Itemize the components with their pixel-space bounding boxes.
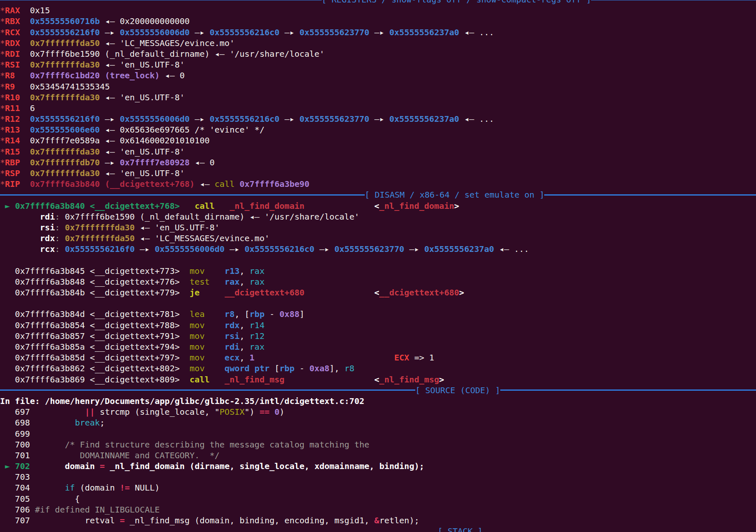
source-file-path: In file: /home/henry/Documents/app/glibc… [0,396,756,406]
source-line-700: 700 /* Find structure describing the mes… [0,439,756,450]
text-segment: 6 [20,103,35,113]
disasm-line-84d: 0x7ffff6a3b84d <__dcigettext+781> lea r8… [0,309,756,319]
text-segment: call [190,375,210,384]
text-segment: * [0,92,5,102]
text-segment: —▸ [279,114,299,124]
disasm-arg-rdx: rdx: 0x7fffffffda50 ◂— 'LC_MESSAGES/evin… [0,233,756,244]
text-segment: r8 [225,309,235,319]
text-segment: RBX [5,16,20,26]
text-segment: —▸ [100,27,120,37]
text-segment [20,92,30,102]
text-segment: ], [330,363,344,373]
text-segment: mov [190,363,205,373]
separator-line [0,0,322,0]
text-segment: 697 [0,407,85,417]
text-segment: 0x555555606e60 [30,125,100,135]
text-segment: * [0,179,5,189]
text-segment: > [439,375,444,384]
text-segment: 0x5555556216c0 [245,244,315,254]
pwndbg-terminal[interactable]: [ REGISTERS / show-flags off / show-comp… [0,0,756,532]
text-segment: ◂— 'en_US.UTF-8' [100,60,185,70]
text-segment: 0x7fffffffda50 [65,233,135,243]
text-segment: RCX [5,27,20,37]
text-segment: 0xa8 [310,363,330,373]
disasm-current-line: ► 0x7ffff6a3b840 <__dcigettext+768> call… [0,201,756,211]
text-segment [205,353,225,363]
text-segment: : [55,222,60,232]
text-segment [0,461,5,471]
reg-rip: *RIP 0x7ffff6a3b840 (__dcigettext+768) ◂… [0,179,756,189]
text-segment: , [240,331,250,341]
reg-rcx: *RCX 0x5555556216f0 —▸ 0x5555556006d0 —▸… [0,27,756,38]
text-segment [0,233,40,243]
text-segment [215,201,230,211]
text-segment: if [65,483,75,493]
text-segment: 0x5555556216c0 [210,114,280,124]
text-segment [205,266,225,276]
text-segment: => 1 [409,353,434,363]
text-segment: * [0,60,5,70]
inline-annotation: <__dcigettext+680> [374,287,464,298]
text-segment: * [0,82,5,92]
text-segment: RBP [5,157,20,167]
text-segment: , [240,277,250,287]
text-segment [20,147,30,157]
text-segment: 0x7ffff6a3b85a <__dcigettext+794> [0,342,190,352]
text-segment: —▸ [225,244,245,254]
text-segment: call [215,179,235,189]
text-segment: —▸ [369,114,389,124]
reg-rax: *RAX 0x15 [0,5,756,16]
text-segment [205,309,225,319]
text-segment: __dcigettext+680 [379,288,459,297]
text-segment [20,60,30,70]
text-segment: 0x7fffffffda30 [30,60,100,70]
text-segment: * [0,147,5,157]
text-segment: ◂— 0 [160,70,184,80]
text-segment: 0x7ffff6a3be90 [240,179,310,189]
text-segment: —▸ [190,27,210,37]
text-segment: R11 [5,103,20,113]
text-segment: —▸ [190,114,210,124]
blank [0,255,756,266]
source-line-705: 705 { [0,493,756,504]
text-segment: RAX [5,5,20,15]
text-segment [205,320,225,330]
text-segment: 0x7ffff7e0589a ◂— 0x6146000201010100 [20,135,210,145]
text-segment [205,363,225,373]
reg-r9: *R9 0x53454741535345 [0,81,756,92]
reg-rsi: *RSI 0x7fffffffda30 ◂— 'en_US.UTF-8' [0,59,756,70]
text-segment: ◂— ... [494,244,529,254]
text-segment: rbp [250,309,264,319]
text-segment: rsi [225,331,240,341]
text-segment: 700 [0,440,65,450]
text-segment: < [374,201,379,211]
text-segment: —▸ [100,157,120,167]
text-segment: —▸ [404,244,424,254]
text-segment: 702 [15,461,30,471]
text-segment: ◂— 0x65636e697665 /* 'evince' */ [100,125,264,135]
text-segment [235,179,240,189]
text-segment: R9 [5,82,15,92]
text-segment: != [120,483,130,493]
text-segment: ◂— 'en_US.UTF-8' [100,168,185,178]
text-segment: qword ptr [225,363,269,373]
text-segment: || [85,407,95,417]
reg-r12: *R12 0x5555556216f0 —▸ 0x5555556006d0 —▸… [0,114,756,124]
text-segment: 705 { [0,494,80,504]
text-segment: /* Find structure describing the message… [65,440,370,450]
registers-pane-header-title: [ REGISTERS / show-flags off / show-comp… [322,0,591,5]
text-segment: 0x7ffff6c1bd20 (tree_lock) [30,70,160,80]
inline-annotation: <_nl_find_msg> [374,374,444,385]
text-segment: R10 [5,92,20,102]
text-segment: r12 [250,331,264,341]
text-segment: R15 [5,147,20,157]
text-segment: 0x7ffff6a3b848 <__dcigettext+776> [0,277,190,287]
disasm-line-848: 0x7ffff6a3b848 <__dcigettext+776> test r… [0,276,756,287]
text-segment: _nl_find_msg [225,375,285,384]
text-segment: 0x7ffff6a3b862 <__dcigettext+802> [0,363,190,373]
text-segment: : [55,244,60,254]
text-segment: je [190,288,200,297]
text-segment: 1 [250,353,254,363]
text-segment: * [0,16,5,26]
text-segment: rdx [40,233,55,243]
